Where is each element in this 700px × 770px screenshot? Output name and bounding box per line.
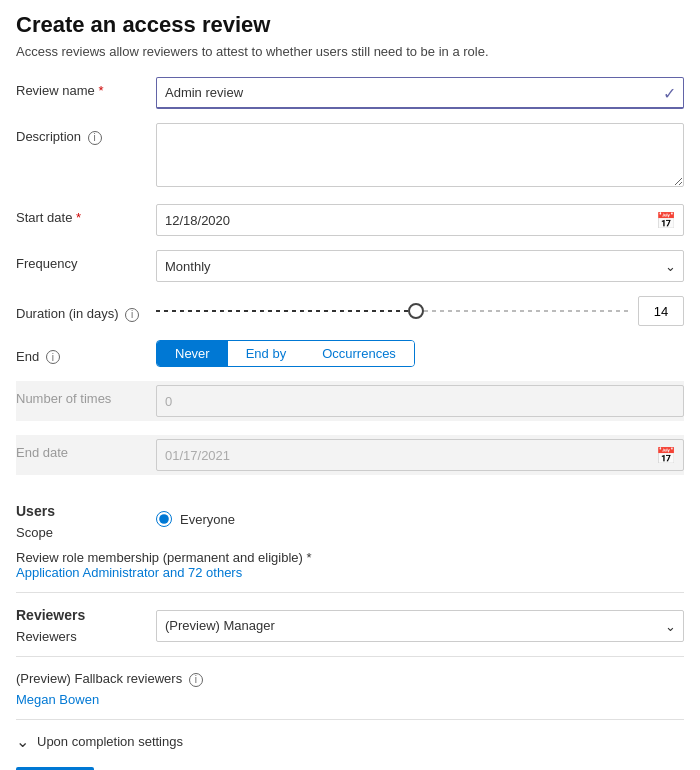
fallback-label: (Preview) Fallback reviewers: [16, 671, 182, 686]
review-name-field-wrap: ✓: [156, 77, 684, 109]
end-date-field-wrap: 📅: [156, 439, 684, 471]
fallback-info-icon: i: [189, 673, 203, 687]
completion-settings-row[interactable]: ⌄ Upon completion settings: [16, 732, 684, 751]
duration-slider-wrap: [156, 301, 628, 321]
end-date-input[interactable]: [156, 439, 684, 471]
subtitle: Access reviews allow reviewers to attest…: [16, 44, 684, 59]
users-section: Users Scope Everyone: [16, 503, 684, 540]
review-role-section: Review role membership (permanent and el…: [16, 550, 684, 580]
end-date-calendar-icon: 📅: [656, 446, 676, 465]
reviewers-select-wrap-outer: (Preview) Manager Selected users Members…: [156, 610, 684, 642]
number-of-times-field-wrap: [156, 385, 684, 417]
reviewers-header: Reviewers: [16, 607, 156, 623]
review-name-input[interactable]: [156, 77, 684, 109]
number-of-times-input[interactable]: [156, 385, 684, 417]
start-date-calendar-icon[interactable]: 📅: [656, 211, 676, 230]
scope-everyone-label: Everyone: [180, 512, 235, 527]
users-header: Users: [16, 503, 156, 519]
review-name-label: Review name *: [16, 77, 156, 98]
duration-value-input[interactable]: [638, 296, 684, 326]
section-divider-3: [16, 719, 684, 720]
reviewers-section: Reviewers Reviewers (Preview) Manager Se…: [16, 607, 684, 644]
review-role-link[interactable]: Application Administrator and 72 others: [16, 565, 242, 580]
duration-label: Duration (in days) i: [16, 300, 156, 322]
completion-chevron-icon: ⌄: [16, 732, 29, 751]
description-label: Description i: [16, 123, 156, 145]
end-label: End i: [16, 343, 156, 365]
number-of-times-label: Number of times: [16, 385, 156, 406]
completion-label: Upon completion settings: [37, 734, 183, 749]
description-input[interactable]: [156, 123, 684, 187]
reviewers-section-labels: Reviewers Reviewers: [16, 607, 156, 644]
reviewers-select[interactable]: (Preview) Manager Selected users Members…: [156, 610, 684, 642]
frequency-label: Frequency: [16, 250, 156, 271]
reviewers-label: Reviewers: [16, 629, 156, 644]
end-toggle-wrap: Never End by Occurrences: [156, 340, 684, 367]
end-occurrences-button[interactable]: Occurrences: [304, 341, 414, 366]
scope-label: Scope: [16, 521, 156, 540]
page-title: Create an access review: [16, 12, 684, 38]
start-date-field-wrap: 📅: [156, 204, 684, 236]
frequency-select[interactable]: Monthly Weekly Quarterly Annually One ti…: [156, 250, 684, 282]
scope-options-wrap: Everyone: [156, 503, 684, 527]
end-never-button[interactable]: Never: [157, 341, 228, 366]
fallback-section: (Preview) Fallback reviewers i Megan Bow…: [16, 671, 684, 707]
description-info-icon: i: [88, 131, 102, 145]
check-icon: ✓: [663, 84, 676, 103]
end-toggle-group: Never End by Occurrences: [156, 340, 415, 367]
scope-everyone-radio[interactable]: [156, 511, 172, 527]
section-divider-2: [16, 656, 684, 657]
end-by-button[interactable]: End by: [228, 341, 304, 366]
duration-info-icon: i: [125, 308, 139, 322]
start-date-label: Start date *: [16, 204, 156, 225]
fallback-reviewer-link[interactable]: Megan Bowen: [16, 692, 99, 707]
users-section-labels: Users Scope: [16, 503, 156, 540]
end-info-icon: i: [46, 350, 60, 364]
description-field-wrap: [156, 123, 684, 190]
start-button[interactable]: Start: [16, 767, 94, 770]
start-date-input[interactable]: [156, 204, 684, 236]
frequency-field-wrap: Monthly Weekly Quarterly Annually One ti…: [156, 250, 684, 282]
end-date-label: End date: [16, 439, 156, 460]
review-role-label: Review role membership (permanent and el…: [16, 550, 303, 565]
review-role-required: *: [306, 550, 311, 565]
section-divider-1: [16, 592, 684, 593]
duration-field-wrap: [156, 296, 684, 326]
